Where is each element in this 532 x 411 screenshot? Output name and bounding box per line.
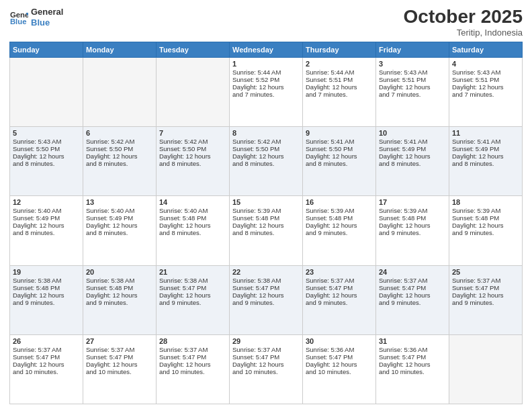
day-number: 13 bbox=[86, 198, 153, 206]
calendar-cell: 7Sunrise: 5:42 AMSunset: 5:50 PMDaylight… bbox=[157, 127, 230, 196]
day-info-line: Sunrise: 5:41 AM bbox=[306, 138, 373, 145]
calendar-cell: 21Sunrise: 5:38 AMSunset: 5:47 PMDayligh… bbox=[157, 265, 230, 334]
day-number: 21 bbox=[159, 268, 226, 276]
day-info-line: Sunset: 5:48 PM bbox=[86, 284, 153, 291]
day-info-line: Daylight: 12 hours bbox=[306, 361, 373, 368]
day-number: 31 bbox=[379, 337, 446, 345]
day-info-line: Daylight: 12 hours bbox=[159, 291, 226, 299]
header: General Blue General Blue October 2025 T… bbox=[9, 7, 523, 38]
day-info-line: Sunset: 5:48 PM bbox=[13, 284, 80, 291]
day-info-line: Sunset: 5:47 PM bbox=[306, 353, 373, 361]
day-number: 3 bbox=[379, 60, 446, 68]
day-number: 7 bbox=[159, 129, 226, 137]
calendar-cell bbox=[449, 334, 523, 404]
day-info-line: Daylight: 12 hours bbox=[452, 291, 519, 299]
day-info-line: Sunrise: 5:40 AM bbox=[13, 207, 80, 214]
day-number: 23 bbox=[306, 268, 373, 276]
day-number: 24 bbox=[379, 268, 446, 276]
svg-text:Blue: Blue bbox=[10, 17, 27, 25]
day-info-line: Sunset: 5:50 PM bbox=[13, 145, 80, 152]
calendar-cell: 4Sunrise: 5:43 AMSunset: 5:51 PMDaylight… bbox=[449, 57, 523, 126]
calendar-week-row: 19Sunrise: 5:38 AMSunset: 5:48 PMDayligh… bbox=[10, 265, 523, 334]
day-number: 2 bbox=[306, 60, 373, 68]
day-info-line: Sunrise: 5:38 AM bbox=[13, 277, 80, 284]
logo-general: General bbox=[31, 7, 63, 17]
day-info-line: Sunrise: 5:39 AM bbox=[452, 207, 519, 214]
day-info-line: and 8 minutes. bbox=[159, 229, 226, 236]
day-number: 28 bbox=[159, 337, 226, 345]
day-info-line: Daylight: 12 hours bbox=[379, 361, 446, 368]
day-info-line: Sunset: 5:50 PM bbox=[306, 145, 373, 152]
calendar-cell: 27Sunrise: 5:37 AMSunset: 5:47 PMDayligh… bbox=[83, 334, 157, 404]
calendar-cell: 23Sunrise: 5:37 AMSunset: 5:47 PMDayligh… bbox=[303, 265, 376, 334]
day-info-line: and 8 minutes. bbox=[232, 229, 300, 236]
calendar-cell: 20Sunrise: 5:38 AMSunset: 5:48 PMDayligh… bbox=[83, 265, 157, 334]
calendar-cell bbox=[83, 57, 157, 126]
day-info-line: Daylight: 12 hours bbox=[232, 361, 300, 368]
day-info-line: Sunset: 5:47 PM bbox=[452, 284, 519, 291]
day-info-line: and 9 minutes. bbox=[379, 299, 446, 306]
calendar-cell: 28Sunrise: 5:37 AMSunset: 5:47 PMDayligh… bbox=[157, 334, 230, 404]
calendar-cell: 6Sunrise: 5:42 AMSunset: 5:50 PMDaylight… bbox=[83, 127, 157, 196]
day-info-line: Sunrise: 5:38 AM bbox=[86, 277, 153, 284]
calendar-week-row: 5Sunrise: 5:43 AMSunset: 5:50 PMDaylight… bbox=[10, 127, 523, 196]
day-number: 6 bbox=[86, 129, 153, 137]
day-info-line: and 8 minutes. bbox=[13, 229, 80, 236]
calendar-cell: 15Sunrise: 5:39 AMSunset: 5:48 PMDayligh… bbox=[230, 196, 303, 265]
day-info-line: and 7 minutes. bbox=[232, 91, 300, 98]
day-number: 10 bbox=[379, 129, 446, 137]
day-info-line: Sunrise: 5:44 AM bbox=[232, 68, 300, 76]
day-info-line: Sunset: 5:50 PM bbox=[159, 145, 226, 152]
location-subtitle: Teritip, Indonesia bbox=[404, 28, 523, 38]
col-header-friday: Friday bbox=[376, 42, 449, 57]
day-number: 11 bbox=[452, 129, 519, 137]
calendar-cell: 30Sunrise: 5:36 AMSunset: 5:47 PMDayligh… bbox=[303, 334, 376, 404]
col-header-tuesday: Tuesday bbox=[157, 42, 230, 57]
day-info-line: Sunset: 5:47 PM bbox=[86, 353, 153, 361]
day-info-line: Daylight: 12 hours bbox=[306, 152, 373, 160]
day-info-line: Daylight: 12 hours bbox=[86, 152, 153, 160]
day-info-line: Sunset: 5:51 PM bbox=[379, 76, 446, 83]
day-number: 14 bbox=[159, 198, 226, 206]
day-number: 9 bbox=[306, 129, 373, 137]
title-block: October 2025 Teritip, Indonesia bbox=[404, 7, 523, 38]
day-info-line: Daylight: 12 hours bbox=[86, 222, 153, 229]
day-info-line: Daylight: 12 hours bbox=[86, 361, 153, 368]
day-info-line: Sunset: 5:49 PM bbox=[379, 145, 446, 152]
day-info-line: Sunset: 5:51 PM bbox=[306, 76, 373, 83]
calendar-cell: 24Sunrise: 5:37 AMSunset: 5:47 PMDayligh… bbox=[376, 265, 449, 334]
calendar-week-row: 1Sunrise: 5:44 AMSunset: 5:52 PMDaylight… bbox=[10, 57, 523, 126]
day-info-line: Sunrise: 5:37 AM bbox=[159, 346, 226, 353]
day-info-line: Sunrise: 5:41 AM bbox=[452, 138, 519, 145]
calendar-cell: 18Sunrise: 5:39 AMSunset: 5:48 PMDayligh… bbox=[449, 196, 523, 265]
day-info-line: Sunset: 5:48 PM bbox=[306, 214, 373, 222]
day-info-line: and 8 minutes. bbox=[159, 160, 226, 167]
day-info-line: and 9 minutes. bbox=[452, 299, 519, 306]
day-info-line: Sunrise: 5:37 AM bbox=[232, 346, 300, 353]
day-info-line: Sunrise: 5:37 AM bbox=[306, 277, 373, 284]
day-info-line: Sunrise: 5:39 AM bbox=[306, 207, 373, 214]
day-number: 15 bbox=[232, 198, 300, 206]
day-info-line: Sunrise: 5:40 AM bbox=[159, 207, 226, 214]
day-info-line: and 10 minutes. bbox=[13, 368, 80, 375]
day-info-line: Sunrise: 5:38 AM bbox=[159, 277, 226, 284]
day-number: 29 bbox=[232, 337, 300, 345]
calendar-cell: 31Sunrise: 5:36 AMSunset: 5:47 PMDayligh… bbox=[376, 334, 449, 404]
day-info-line: and 9 minutes. bbox=[306, 299, 373, 306]
calendar-week-row: 12Sunrise: 5:40 AMSunset: 5:49 PMDayligh… bbox=[10, 196, 523, 265]
day-number: 25 bbox=[452, 268, 519, 276]
day-info-line: Sunset: 5:48 PM bbox=[379, 214, 446, 222]
day-info-line: Sunrise: 5:38 AM bbox=[232, 277, 300, 284]
day-info-line: Sunset: 5:47 PM bbox=[159, 284, 226, 291]
day-info-line: Daylight: 12 hours bbox=[306, 222, 373, 229]
day-info-line: Sunrise: 5:39 AM bbox=[379, 207, 446, 214]
day-info-line: Sunrise: 5:42 AM bbox=[86, 138, 153, 145]
calendar-cell: 3Sunrise: 5:43 AMSunset: 5:51 PMDaylight… bbox=[376, 57, 449, 126]
day-info-line: Sunrise: 5:37 AM bbox=[452, 277, 519, 284]
day-info-line: Sunrise: 5:36 AM bbox=[306, 346, 373, 353]
day-info-line: Daylight: 12 hours bbox=[159, 222, 226, 229]
calendar-cell: 9Sunrise: 5:41 AMSunset: 5:50 PMDaylight… bbox=[303, 127, 376, 196]
day-info-line: Daylight: 12 hours bbox=[306, 83, 373, 91]
day-info-line: Daylight: 12 hours bbox=[13, 291, 80, 299]
day-info-line: Sunrise: 5:42 AM bbox=[232, 138, 300, 145]
